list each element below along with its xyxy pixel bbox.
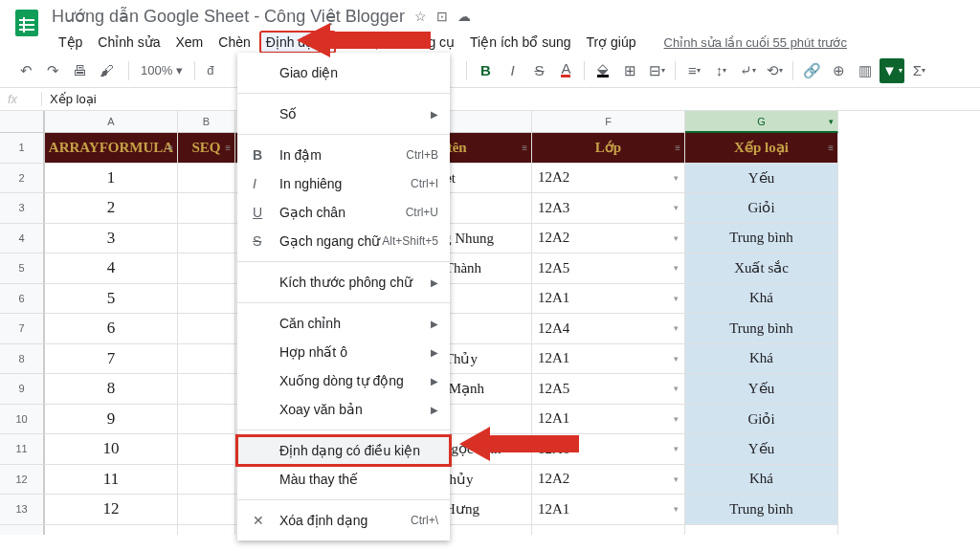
menu-item-giao-diện[interactable]: Giao diện [237, 58, 450, 87]
row-header-4[interactable]: 4 [0, 224, 44, 254]
row-header-8[interactable]: 8 [0, 344, 44, 375]
cell[interactable]: Giỏi [685, 193, 838, 224]
move-icon[interactable]: ⊡ [436, 9, 448, 24]
cell[interactable] [178, 374, 235, 405]
cell[interactable]: Xuất sắc [685, 253, 838, 284]
cell[interactable] [178, 193, 235, 224]
menu-item-kích-thước-phông-chữ[interactable]: Kích thước phông chữ▶ [237, 268, 450, 297]
cell[interactable]: Giỏi [685, 405, 838, 435]
cell[interactable]: 5 [44, 284, 178, 315]
row-header-2[interactable]: 2 [0, 164, 44, 194]
cell[interactable] [178, 405, 235, 435]
cell[interactable]: 8 [44, 374, 178, 405]
redo-button[interactable]: ↷ [40, 58, 65, 83]
cell[interactable]: 7 [44, 344, 178, 375]
merge-button[interactable]: ⊟ ▾ [644, 58, 669, 83]
cell[interactable] [178, 434, 235, 465]
cell[interactable] [178, 224, 235, 254]
row-header-5[interactable]: 5 [0, 253, 44, 284]
cell[interactable]: 12A5 [532, 374, 685, 405]
row-header-7[interactable]: 7 [0, 314, 44, 344]
row-header-13[interactable]: 13 [0, 495, 44, 525]
cell[interactable]: Trung bình [685, 495, 838, 525]
sheets-logo[interactable] [10, 6, 44, 40]
cell[interactable]: 12A1 [532, 284, 685, 315]
borders-button[interactable]: ⊞ [617, 58, 642, 83]
cell[interactable]: 4 [44, 253, 178, 284]
cell[interactable]: 11 [44, 465, 178, 496]
fill-color-button[interactable]: ⬙ [590, 58, 615, 83]
row-header-11[interactable]: 11 [0, 434, 44, 465]
cell[interactable] [178, 284, 235, 315]
menu-item-căn-chỉnh[interactable]: Căn chỉnh▶ [237, 309, 450, 338]
cell[interactable] [178, 253, 235, 284]
row-header-10[interactable]: 10 [0, 405, 44, 435]
menu-item-số[interactable]: Số▶ [237, 99, 450, 128]
menu-item-xuống-dòng-tự-động[interactable]: Xuống dòng tự động▶ [237, 366, 450, 395]
table-header[interactable]: ARRAYFORMULA≡ [44, 133, 178, 164]
table-header[interactable]: Lớp≡ [532, 133, 685, 164]
menu-item-hợp-nhất-ô[interactable]: Hợp nhất ô▶ [237, 338, 450, 366]
cell[interactable]: 12A1 [532, 344, 685, 375]
menu-item-gạch-chân[interactable]: UGạch chânCtrl+U [237, 198, 450, 227]
print-button[interactable]: 🖶 [67, 58, 92, 83]
cell[interactable] [178, 314, 235, 344]
cell[interactable] [178, 164, 235, 194]
wrap-button[interactable]: ⤶ ▾ [735, 58, 760, 83]
cell[interactable]: 12 [44, 495, 178, 525]
cell[interactable]: Khá [685, 465, 838, 496]
cell[interactable]: 3 [44, 224, 178, 254]
menu-item-gạch-ngang-chữ[interactable]: SGạch ngang chữAlt+Shift+5 [237, 227, 450, 255]
cell[interactable] [178, 495, 235, 525]
font-indicator[interactable]: đ [201, 63, 219, 77]
cell[interactable]: 12A3 [532, 193, 685, 224]
cell[interactable]: 1 [44, 164, 178, 194]
cell[interactable]: 12A4 [532, 314, 685, 344]
cell[interactable]: Trung bình [685, 224, 838, 254]
menu-item-định-dạng-có-điều-kiện[interactable]: Định dạng có điều kiện [237, 436, 450, 465]
cell[interactable]: 12A2 [532, 224, 685, 254]
table-header[interactable]: SEQ≡ [178, 133, 235, 164]
menu-chèn[interactable]: Chèn [212, 31, 256, 54]
cell[interactable]: Yếu [685, 164, 838, 194]
formula-bar[interactable]: Xếp loại [42, 92, 936, 106]
col-header-G[interactable]: G▾ [685, 111, 838, 133]
paint-format-button[interactable]: 🖌 [94, 58, 119, 83]
cell[interactable]: 9 [44, 405, 178, 435]
cell[interactable]: 10 [44, 434, 178, 465]
cell[interactable]: Trung bình [685, 314, 838, 344]
row-header-3[interactable]: 3 [0, 193, 44, 224]
menu-trợ-giúp[interactable]: Trợ giúp [580, 31, 643, 54]
menu-tiện-ích-bổ-sung[interactable]: Tiện ích bổ sung [463, 31, 577, 54]
cell[interactable]: Khá [685, 284, 838, 315]
menu-chỉnh-sửa[interactable]: Chỉnh sửa [91, 31, 167, 54]
cell[interactable]: 12A5 [532, 253, 685, 284]
cell[interactable] [178, 465, 235, 496]
cell[interactable]: Yếu [685, 434, 838, 465]
cell[interactable]: 12A1 [532, 495, 685, 525]
cell[interactable]: 6 [44, 314, 178, 344]
table-header[interactable]: Xếp loại≡ [685, 133, 838, 164]
col-header-B[interactable]: B [178, 111, 235, 133]
chart-button[interactable]: ▥ [853, 58, 878, 83]
cell[interactable] [178, 344, 235, 375]
cell[interactable]: 2 [44, 193, 178, 224]
zoom-select[interactable]: 100% ▾ [135, 63, 189, 77]
bold-button[interactable]: B [473, 58, 498, 83]
functions-button[interactable]: Σ ▾ [906, 58, 931, 83]
cell[interactable]: Khá [685, 344, 838, 375]
row-header-12[interactable]: 12 [0, 465, 44, 496]
cloud-icon[interactable]: ☁ [457, 9, 471, 24]
cell[interactable]: 12A2 [532, 164, 685, 194]
row-header-9[interactable]: 9 [0, 374, 44, 405]
filter-button[interactable]: ▼▾ [880, 58, 904, 83]
menu-item-in-nghiêng[interactable]: IIn nghiêngCtrl+I [237, 169, 450, 198]
menu-tệp[interactable]: Tệp [52, 31, 89, 54]
select-all-corner[interactable] [0, 111, 44, 133]
menu-item-màu-thay-thế[interactable]: Màu thay thế [237, 465, 450, 494]
col-header-F[interactable]: F [532, 111, 685, 133]
valign-button[interactable]: ↕ ▾ [708, 58, 733, 83]
menu-item-xóa-định-dạng[interactable]: ✕Xóa định dạngCtrl+\ [237, 506, 450, 535]
cell[interactable]: Yếu [685, 374, 838, 405]
text-color-button[interactable]: A [553, 58, 578, 83]
